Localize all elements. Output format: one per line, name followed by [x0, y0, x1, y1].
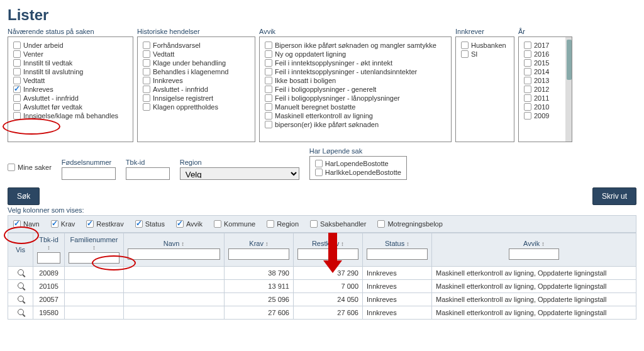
- column-checkbox[interactable]: [176, 220, 184, 228]
- historic-item[interactable]: Innsigelse registrert: [143, 94, 250, 103]
- status-item[interactable]: Innkreves: [13, 85, 128, 94]
- column-toggle[interactable]: Status: [135, 220, 165, 228]
- status-checkbox[interactable]: [13, 112, 21, 120]
- status-item[interactable]: Innstilt til avslutning: [13, 67, 128, 76]
- innkrever-item[interactable]: SI: [461, 50, 509, 58]
- view-icon[interactable]: [18, 309, 24, 315]
- innkrever-item[interactable]: Husbanken: [461, 41, 509, 50]
- year-checkbox[interactable]: [524, 50, 531, 58]
- historic-item[interactable]: Avsluttet - innfridd: [143, 85, 250, 94]
- filter-navn[interactable]: [128, 248, 220, 260]
- avvik-checkbox[interactable]: [265, 68, 272, 75]
- lopende2-checkbox[interactable]: [315, 169, 323, 176]
- column-checkbox[interactable]: [13, 220, 21, 228]
- historic-item[interactable]: Klage under behandling: [143, 58, 250, 67]
- avvik-checkbox[interactable]: [265, 94, 272, 102]
- column-checkbox[interactable]: [135, 220, 143, 228]
- th-krav[interactable]: Krav: [228, 240, 289, 247]
- status-item[interactable]: Avsluttet - innfridd: [13, 94, 128, 103]
- column-toggle[interactable]: Kommune: [214, 220, 255, 228]
- column-toggle[interactable]: Navn: [13, 220, 40, 228]
- year-checkbox[interactable]: [524, 77, 531, 84]
- avvik-item[interactable]: Feil i boligopplysninger - lånopplysning…: [265, 94, 446, 103]
- avvik-item[interactable]: Maskinell etterkontroll av ligning: [265, 111, 446, 120]
- column-toggle[interactable]: Motregningsbelop: [377, 220, 442, 228]
- year-item[interactable]: 2015: [524, 58, 567, 67]
- avvik-checkbox[interactable]: [265, 50, 272, 58]
- th-avvik[interactable]: Avvik: [436, 240, 632, 247]
- status-checkbox[interactable]: [13, 42, 21, 49]
- year-item[interactable]: 2011: [524, 94, 567, 103]
- status-checkbox[interactable]: [13, 94, 21, 102]
- avvik-checkbox[interactable]: [265, 77, 272, 84]
- status-checkbox[interactable]: [13, 77, 21, 84]
- status-item[interactable]: Innsigelse/klage må behandles: [13, 111, 128, 120]
- year-scrollbar[interactable]: [565, 37, 572, 142]
- mine-saker-checkbox[interactable]: [8, 164, 15, 171]
- view-icon[interactable]: [18, 282, 24, 289]
- avvik-item[interactable]: Feil i inntektsopplysninger - utenlandsi…: [265, 67, 446, 76]
- tbk-input[interactable]: [126, 167, 170, 180]
- print-button[interactable]: Skriv ut: [592, 187, 636, 205]
- year-checkbox[interactable]: [524, 112, 531, 120]
- innkrever-checkbox[interactable]: [461, 42, 469, 49]
- year-item[interactable]: 2009: [524, 111, 567, 120]
- year-item[interactable]: 2012: [524, 85, 567, 94]
- column-checkbox[interactable]: [310, 220, 318, 228]
- column-toggle[interactable]: Region: [267, 220, 299, 228]
- th-familienr[interactable]: Familienummer: [69, 236, 119, 251]
- filter-status[interactable]: [367, 248, 428, 260]
- filter-familienr[interactable]: [69, 252, 119, 264]
- year-checkbox[interactable]: [524, 86, 531, 93]
- th-restkrav[interactable]: Restkrav: [297, 240, 358, 247]
- avvik-item[interactable]: biperson(er) ikke påført søknaden: [265, 120, 446, 129]
- year-checkbox[interactable]: [524, 42, 531, 49]
- status-item[interactable]: Venter: [13, 50, 128, 58]
- avvik-checkbox[interactable]: [265, 42, 272, 49]
- th-navn[interactable]: Navn: [128, 240, 220, 247]
- filter-tbkid[interactable]: [37, 252, 60, 264]
- avvik-checkbox[interactable]: [265, 59, 272, 67]
- historic-checkbox[interactable]: [143, 68, 150, 75]
- avvik-item[interactable]: Biperson ikke påført søknaden og mangler…: [265, 41, 446, 50]
- year-checkbox[interactable]: [524, 59, 531, 67]
- historic-checkbox[interactable]: [143, 77, 150, 84]
- avvik-item[interactable]: Feil i inntektsopplysninger - økt inntek…: [265, 58, 446, 67]
- fnr-input[interactable]: [62, 167, 116, 180]
- avvik-item[interactable]: Manuelt beregnet bostøtte: [265, 103, 446, 111]
- status-item[interactable]: Innstilt til vedtak: [13, 58, 128, 67]
- year-item[interactable]: 2016: [524, 50, 567, 58]
- historic-item[interactable]: Vedtatt: [143, 50, 250, 58]
- status-checkbox[interactable]: [13, 59, 21, 67]
- historic-checkbox[interactable]: [143, 103, 150, 111]
- year-item[interactable]: 2017: [524, 41, 567, 50]
- search-button[interactable]: Søk: [8, 187, 40, 205]
- historic-item[interactable]: Behandles i klagenemnd: [143, 67, 250, 76]
- historic-checkbox[interactable]: [143, 86, 150, 93]
- historic-item[interactable]: Forhåndsvarsel: [143, 41, 250, 50]
- column-checkbox[interactable]: [86, 220, 94, 228]
- th-tbkid[interactable]: Tbk-id: [37, 236, 60, 251]
- column-toggle[interactable]: Krav: [51, 220, 75, 228]
- column-checkbox[interactable]: [377, 220, 385, 228]
- historic-item[interactable]: Innkreves: [143, 76, 250, 85]
- column-checkbox[interactable]: [51, 220, 58, 228]
- th-status[interactable]: Status: [367, 240, 428, 247]
- avvik-item[interactable]: Feil i boligopplysninger - generelt: [265, 85, 446, 94]
- historic-checkbox[interactable]: [143, 59, 150, 67]
- status-checkbox[interactable]: [13, 86, 21, 93]
- avvik-checkbox[interactable]: [265, 103, 272, 111]
- region-select[interactable]: Velg: [180, 167, 299, 180]
- year-item[interactable]: 2014: [524, 67, 567, 76]
- status-item[interactable]: Under arbeid: [13, 41, 128, 50]
- avvik-checkbox[interactable]: [265, 112, 272, 120]
- status-checkbox[interactable]: [13, 50, 21, 58]
- innkrever-checkbox[interactable]: [461, 50, 469, 58]
- view-icon[interactable]: [18, 296, 24, 302]
- column-toggle[interactable]: Restkrav: [86, 220, 123, 228]
- column-checkbox[interactable]: [267, 220, 274, 228]
- status-checkbox[interactable]: [13, 103, 21, 111]
- historic-checkbox[interactable]: [143, 42, 150, 49]
- filter-krav[interactable]: [228, 248, 289, 260]
- status-item[interactable]: Avsluttet før vedtak: [13, 103, 128, 111]
